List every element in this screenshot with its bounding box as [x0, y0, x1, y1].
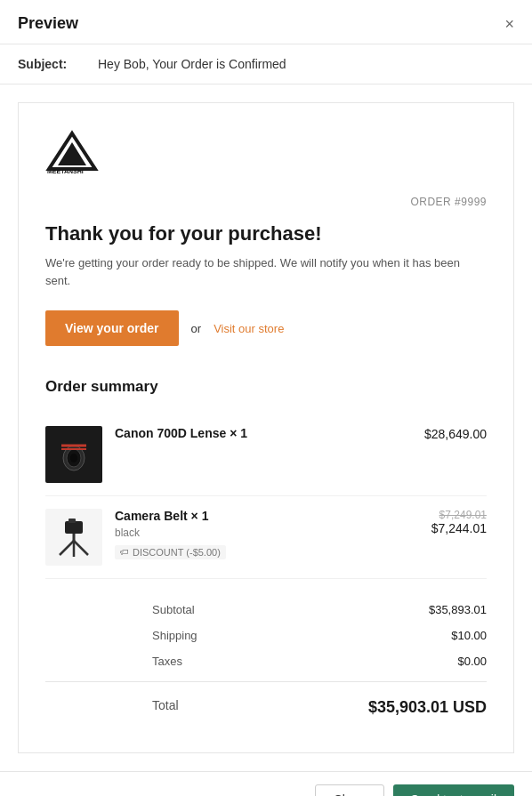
subject-label: Subject: [18, 57, 98, 71]
email-preview: MEETANSHI ORDER #9999 Thank you for your… [0, 84, 532, 771]
modal-header: Preview × [0, 0, 532, 44]
item-variant-2: black [115, 527, 419, 539]
discount-text: DISCOUNT (-$5.00) [133, 547, 221, 558]
item-price-col-1: $28,649.00 [424, 426, 487, 442]
shipping-label: Shipping [45, 629, 197, 642]
item-price-original-2: $7,249.01 [431, 509, 487, 521]
view-order-button[interactable]: View your order [45, 310, 179, 346]
taxes-label: Taxes [45, 655, 182, 668]
svg-point-6 [70, 454, 77, 462]
modal-footer: Close Send test email [0, 771, 532, 796]
item-price-1: $28,649.00 [424, 427, 487, 441]
totals-divider [45, 681, 487, 682]
shipping-row: Shipping $10.00 [45, 623, 487, 648]
visit-store-link[interactable]: Visit our store [214, 322, 284, 335]
svg-rect-14 [65, 521, 83, 534]
item-price-col-2: $7,249.01 $7,244.01 [431, 509, 487, 535]
item-name-1: Canon 700D Lense × 1 [115, 426, 412, 440]
thank-you-message: We're getting your order ready to be shi… [45, 254, 487, 289]
order-item-2: Camera Belt × 1 black 🏷 DISCOUNT (-$5.00… [45, 496, 487, 579]
modal-close-button[interactable]: × [504, 16, 514, 32]
subtotal-row: Subtotal $35,893.01 [45, 597, 487, 623]
subject-row: Subject: Hey Bob, Your Order is Confirme… [0, 44, 532, 84]
item-image-belt [45, 509, 102, 566]
belt-svg-icon [52, 516, 95, 559]
shipping-value: $10.00 [451, 629, 487, 642]
total-row: Total $35,903.01 USD [45, 689, 487, 726]
subtotal-label: Subtotal [45, 603, 195, 616]
modal-title: Preview [18, 14, 78, 33]
item-price-final-2: $7,244.01 [431, 521, 487, 535]
total-label: Total [45, 698, 179, 717]
close-footer-button[interactable]: Close [315, 784, 384, 796]
discount-badge: 🏷 DISCOUNT (-$5.00) [115, 545, 226, 559]
or-text: or [191, 322, 202, 335]
email-body: MEETANSHI ORDER #9999 Thank you for your… [18, 102, 514, 753]
send-test-email-button[interactable]: Send test email [393, 784, 515, 796]
svg-text:MEETANSHI: MEETANSHI [47, 168, 84, 174]
subtotal-value: $35,893.01 [429, 603, 487, 616]
totals-section: Subtotal $35,893.01 Shipping $10.00 Taxe… [45, 588, 487, 726]
modal-container: Preview × Subject: Hey Bob, Your Order i… [0, 0, 532, 796]
order-number: ORDER #9999 [45, 196, 487, 208]
item-details-2: Camera Belt × 1 black 🏷 DISCOUNT (-$5.00… [115, 509, 419, 559]
taxes-row: Taxes $0.00 [45, 648, 487, 674]
item-name-2: Camera Belt × 1 [115, 509, 419, 523]
brand-logo: MEETANSHI [45, 130, 487, 178]
svg-rect-15 [69, 519, 76, 523]
order-summary-title: Order summary [45, 378, 487, 396]
order-item-1: Canon 700D Lense × 1 $28,649.00 [45, 414, 487, 496]
taxes-value: $0.00 [457, 655, 487, 668]
order-summary-section: Order summary Canon [45, 378, 487, 726]
lens-svg-icon [52, 433, 95, 476]
meetanshi-logo-icon: MEETANSHI [45, 130, 99, 174]
total-value: $35,903.01 USD [368, 698, 487, 717]
subject-value: Hey Bob, Your Order is Confirmed [98, 57, 286, 71]
tag-icon: 🏷 [120, 547, 129, 557]
thank-you-title: Thank you for your purchase! [45, 222, 487, 245]
item-details-1: Canon 700D Lense × 1 [115, 426, 412, 444]
item-image-lens [45, 426, 102, 483]
action-row: View your order or Visit our store [45, 310, 487, 346]
